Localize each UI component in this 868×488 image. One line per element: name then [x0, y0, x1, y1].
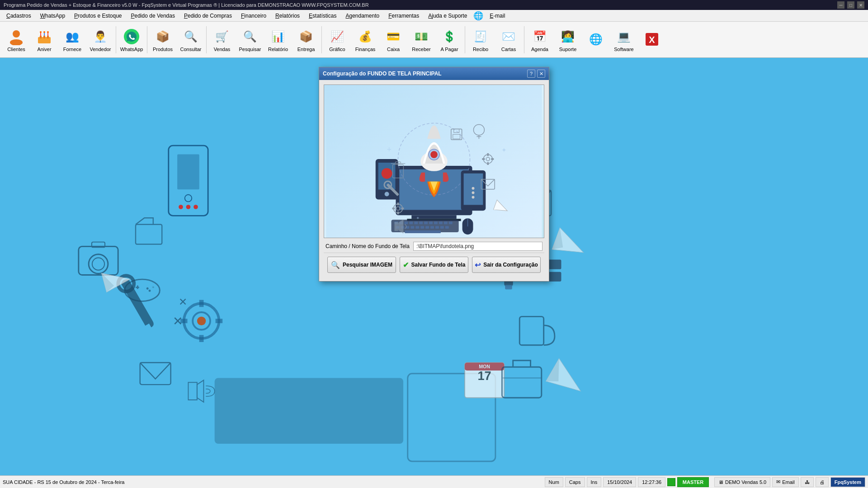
status-master-badge: MASTER [677, 477, 709, 487]
menu-pedido-compras[interactable]: Pedido de Compras [179, 11, 236, 20]
svg-rect-125 [449, 221, 453, 224]
menu-cadastros[interactable]: Cadastros [2, 11, 36, 20]
svg-marker-146 [395, 222, 398, 231]
toolbar-suporte[interactable]: 👩‍💻 Suporte [554, 23, 581, 56]
cartas-icon: ✉️ [500, 28, 518, 46]
toolbar-grafico[interactable]: 📈 Gráfico [324, 23, 351, 56]
svg-rect-132 [425, 226, 429, 229]
produtos-icon: 📦 [154, 28, 172, 46]
status-print-icon: 🖨 [816, 477, 829, 487]
toolbar-separator-1 [116, 26, 116, 53]
svg-rect-121 [429, 221, 433, 224]
toolbar-entrega[interactable]: 📦 Entrega [292, 23, 320, 56]
toolbar-produtos[interactable]: 📦 Produtos [149, 23, 176, 56]
rocket-illustration: + ✦ ✦ [324, 85, 544, 238]
toolbar-receber[interactable]: 💵 Receber [408, 23, 435, 56]
toolbar-financas[interactable]: 💰 Finanças [352, 23, 379, 56]
svg-point-9 [40, 31, 42, 33]
toolbar-software[interactable]: 💻 Software [610, 23, 637, 56]
menu-produtos-estoque[interactable]: Produtos e Estoque [70, 11, 126, 20]
status-num: Num [545, 477, 563, 487]
status-time: 12:27:36 [638, 477, 665, 487]
toolbar-fornece[interactable]: 👥 Fornece [59, 23, 86, 56]
status-ins: Ins [587, 477, 602, 487]
status-indicator [667, 478, 675, 486]
toolbar-separator-3 [206, 26, 207, 53]
modal-help-button[interactable]: ? [527, 70, 535, 78]
aniver-icon [35, 28, 53, 46]
financas-icon: 💰 [356, 28, 374, 46]
toolbar-cartas[interactable]: ✉️ Cartas [495, 23, 522, 56]
exit-icon: X [643, 30, 661, 48]
maximize-button[interactable]: □ [847, 1, 854, 9]
menu-relatorios[interactable]: Relatórios [271, 11, 304, 20]
save-background-icon: ✔ [403, 261, 409, 269]
svg-point-89 [472, 192, 475, 194]
menu-ferramentas[interactable]: Ferramentas [384, 11, 424, 20]
svg-point-90 [472, 196, 475, 199]
toolbar-exit[interactable]: X [638, 23, 665, 56]
toolbar-whatsapp[interactable]: WhatsApp [118, 23, 145, 56]
toolbar-vendedor[interactable]: 👨‍💼 Vendedor [87, 23, 114, 56]
minimize-button[interactable]: ─ [837, 1, 844, 9]
svg-rect-129 [410, 226, 414, 229]
status-bar: SUA CIDADE - RS 15 de Outubro de 2024 - … [0, 475, 868, 488]
menu-email[interactable]: E-mail [485, 11, 509, 20]
toolbar-separator-2 [147, 26, 147, 53]
svg-rect-5 [47, 36, 49, 38]
svg-rect-122 [434, 221, 438, 224]
toolbar-separator-5 [465, 26, 465, 53]
svg-rect-99 [487, 153, 489, 156]
monitor-icon: 🖥 [718, 479, 723, 485]
menu-financeiro[interactable]: Financeiro [236, 11, 271, 20]
svg-rect-117 [409, 221, 413, 224]
search-image-button[interactable]: 🔍 Pesquisar IMAGEM [327, 257, 396, 273]
svg-text:✦: ✦ [501, 146, 507, 154]
svg-rect-102 [482, 158, 485, 160]
caixa-icon: 💳 [384, 28, 402, 46]
svg-text:+: + [387, 145, 392, 154]
status-caps: Caps [565, 477, 585, 487]
svg-point-11 [47, 31, 49, 33]
close-window-button[interactable]: ✕ [857, 1, 864, 9]
toolbar-globe[interactable]: 🌐 [582, 23, 609, 56]
modal-close-button[interactable]: ✕ [537, 70, 545, 78]
toolbar-relatorio[interactable]: 📊 Relatório [264, 23, 292, 56]
svg-text:✦: ✦ [416, 216, 420, 221]
window-controls: ─ □ ✕ [837, 1, 864, 9]
status-brand: FpqSystem [830, 477, 865, 487]
whatsapp-icon [123, 28, 141, 46]
modal-footer: 🔍 Pesquisar IMAGEM ✔ Salvar Fundo de Tel… [324, 253, 544, 277]
modal-body: + ✦ ✦ [319, 80, 549, 281]
vendas-icon: 🛒 [213, 28, 231, 46]
toolbar-agenda[interactable]: 📅 Agenda [526, 23, 553, 56]
menu-agendamento[interactable]: Agendamento [341, 11, 384, 20]
svg-point-88 [472, 187, 475, 190]
svg-rect-110 [392, 207, 395, 209]
toolbar-separator-4 [321, 26, 322, 53]
svg-rect-133 [430, 226, 434, 229]
suporte-icon: 👩‍💻 [559, 28, 577, 46]
menu-pedido-vendas[interactable]: Pedido de Vendas [127, 11, 179, 20]
svg-rect-3 [40, 36, 42, 38]
svg-rect-4 [43, 36, 45, 38]
toolbar-consultar[interactable]: 🔍 Consultar [177, 23, 204, 56]
path-row: Caminho / Nome do Fundo de Tela :\BITMAP… [324, 238, 544, 253]
toolbar-aniver[interactable]: Aniver [31, 23, 58, 56]
menu-estatisticas[interactable]: Estatísticas [304, 11, 341, 20]
toolbar-pesquisar[interactable]: 🔍 Pesquisar [236, 23, 264, 56]
toolbar-recibo[interactable]: 🧾 Recibo [467, 23, 494, 56]
toolbar-vendas[interactable]: 🛒 Vendas [208, 23, 236, 56]
menu-whatsapp[interactable]: WhatsApp [36, 11, 70, 20]
svg-rect-136 [445, 226, 449, 229]
svg-rect-124 [444, 221, 448, 224]
modal-controls: ? ✕ [527, 70, 545, 78]
save-background-button[interactable]: ✔ Salvar Fundo de Tela [400, 257, 468, 273]
exit-config-button[interactable]: ↩ Sair da Configuração [472, 257, 541, 273]
search-image-icon: 🔍 [331, 261, 340, 269]
menu-ajuda[interactable]: Ajuda e Suporte [424, 11, 472, 20]
toolbar-clientes[interactable]: Clientes [3, 23, 30, 56]
toolbar-apagar[interactable]: 💲 A Pagar [436, 23, 463, 56]
svg-point-84 [385, 192, 389, 197]
toolbar-caixa[interactable]: 💳 Caixa [380, 23, 407, 56]
